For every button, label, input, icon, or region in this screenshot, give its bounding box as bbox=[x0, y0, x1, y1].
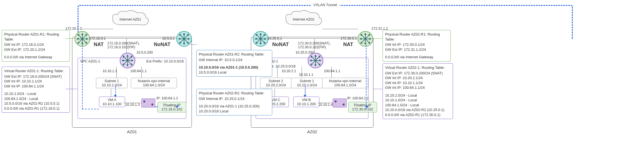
nat-az02: NAT bbox=[343, 42, 353, 47]
virt-r-az02-r1: 10.20.2.0/24 - Local bbox=[385, 93, 450, 98]
subnet2-az02-cidr: 10.20.2.0/24 bbox=[262, 83, 290, 87]
vm-b: VM B 10.10.1.200 bbox=[293, 97, 319, 107]
vpn-appliance-az01 bbox=[141, 99, 155, 107]
nonat-az02: NoNAT bbox=[272, 42, 289, 47]
phys-r1-az02-box: Physical Router AZ02-R1: Routing Table: … bbox=[383, 30, 451, 62]
virt-r-az01-r2: 100.64.1.0/24 - Local bbox=[4, 96, 67, 101]
phys-r2-az02-title: Physical Router AZ02-R2: Routing Table: bbox=[199, 91, 270, 96]
cloud-az02-label: Internet AZ02 bbox=[283, 17, 324, 21]
phys-r1-az01-l3: 0.0.0.0/0 via Internet Gateway bbox=[4, 55, 67, 60]
vxlan-label: VXLAN Tunnel bbox=[310, 3, 340, 7]
nonat-az01: NoNAT bbox=[154, 42, 170, 47]
vpn-az02: Nutanix-vpn-internal 100.64.1.0/24 bbox=[322, 78, 368, 88]
az02-vm-to-vpn: 10.10.1.4 bbox=[318, 103, 333, 107]
phys-r1-az02-title: Physical Router AZ02-R1: Routing Table: bbox=[385, 32, 448, 42]
fip-az02-label: Floating IP bbox=[350, 103, 375, 107]
virt-r-az02-l3: GW Int IP: 10.10.1.1/24 bbox=[385, 80, 450, 85]
phys-r1-az02-l3: 0.0.0.0/0 via Internet Gateway bbox=[385, 55, 448, 60]
subnet1-az01: Subnet 1 10.10.1.0/24 bbox=[96, 78, 128, 88]
az01-vm-to-vpn: 10.10.1.3 bbox=[125, 103, 140, 107]
vpc-az01-title: VPC AZ01-1 bbox=[80, 59, 100, 63]
vpn-appliance-az02 bbox=[333, 99, 347, 107]
subnet1-az02-cidr: 10.10.1.0/24 bbox=[293, 83, 321, 87]
router-az01-r1 bbox=[75, 31, 90, 47]
fip-az02: Floating IP 172.30.0.102 bbox=[348, 102, 377, 112]
cloud-az02: Internet AZ02 bbox=[283, 9, 324, 29]
fip-az02-ip: 172.30.0.102 bbox=[350, 107, 375, 111]
cloud-az01-label: Internet AZ01 bbox=[110, 17, 151, 21]
az01-r1-int: 172.16.0.1 bbox=[89, 37, 106, 41]
phys-r2-az01-r2: 10.5.0.0/16 Local bbox=[199, 70, 270, 75]
cloud-az01: Internet AZ01 bbox=[110, 9, 151, 29]
az01-r2-vr: 10.5.0.200 bbox=[136, 51, 153, 54]
virt-r-az02-r3: 100.64.1.0/24 - Local bbox=[385, 103, 450, 108]
router-az01-r2 bbox=[176, 31, 192, 47]
vm-a-ip: 10.10.1.100 bbox=[101, 102, 123, 106]
vpc-az01-ext: Ext Prefix: 10.10.0.0/16 bbox=[146, 59, 184, 63]
virt-r-az02-l2: GW Int IP: 10.20.2.1/24 bbox=[385, 75, 450, 80]
fip-az01-label: Floating IP bbox=[159, 103, 184, 107]
az02-label: AZ02 bbox=[307, 129, 317, 134]
subnet2-az02-name: Subnet 2 bbox=[262, 79, 290, 83]
phys-r2-az02-box: Physical Router AZ02-R2: Routing Table: … bbox=[196, 89, 272, 115]
vm-b-ip: 10.10.1.200 bbox=[295, 102, 317, 106]
virt-r-az01-r1: 10.10.1.0/24 - Local bbox=[4, 91, 67, 96]
virt-r-az02-r2: 10.10.1.0/24 - Local bbox=[385, 98, 450, 103]
vpn-az02-cidr: 100.64.1.0/24 bbox=[324, 83, 366, 87]
vpn-ip-az01: IP: 100.64.1.2 bbox=[156, 96, 178, 100]
az02-r2-vr: 10.25.0.200 bbox=[296, 51, 314, 54]
az02-vr-vpn: 100.64.1.1 bbox=[324, 69, 340, 73]
virt-r-az01-r3: 10.5.0.0/16 via AZ01-R2 (10.5.0.1) bbox=[4, 101, 67, 106]
virt-r-az01-l2: GW Int IP: 10.10.1.1/24 bbox=[4, 79, 67, 84]
virt-r-az01-title: Virtual Router AZ01-1: Routing Table: bbox=[4, 69, 67, 74]
subnet1-az01-cidr: 10.10.1.0/24 bbox=[98, 83, 126, 87]
az02-vr-sub1: 10.10.1.1 bbox=[299, 73, 313, 77]
vpn-az01: Nutanix-vpn-internal 100.64.1.0/24 bbox=[131, 78, 177, 88]
vpn-ip-az02: IP: 100.64.1.2 bbox=[347, 96, 369, 100]
phys-r2-az01-box: Physical Router AZ01-R2: Routing Table: … bbox=[196, 50, 272, 77]
vm-b-name: VM B bbox=[295, 98, 317, 102]
phys-r2-az01-l1: GW Internal IP: 10.5.0.1/24 bbox=[199, 57, 270, 62]
subnet1-az02: Subnet 1 10.10.1.0/24 bbox=[291, 78, 323, 88]
az01-r2-int: 10.5.0.1 bbox=[162, 37, 175, 41]
phys-r2-az02-r2: 10.25.0.0/16 Local bbox=[199, 109, 270, 114]
subnet1-az02-name: Subnet 1 bbox=[293, 79, 321, 83]
fip-az01-ip: 172.16.0.102 bbox=[159, 107, 184, 111]
az01-r1-vr: 172.16.0.200(SNAT), 172.16.0.102(FIP) bbox=[107, 41, 140, 49]
phys-r2-az02-r1: 10.20.0.0/16 via AZ01-1 (10.25.0.200) bbox=[199, 104, 270, 109]
phys-r2-az01-r1: 10.10.0.0/16 via AZ01-1 (10.5.0.200) bbox=[199, 65, 270, 70]
virt-r-az02-r5: 0.0.0.0/0 via AZ02-R1 (172.30.0.1) bbox=[385, 112, 450, 117]
router-az02-r2 bbox=[253, 31, 268, 47]
vpn-az01-cidr: 100.64.1.0/24 bbox=[133, 83, 175, 87]
phys-r1-az01-l2: GW Ext IP: 172.20.1.2/24 bbox=[4, 47, 67, 52]
virt-r-az02-l1: GW Ext IP: 172.30.0.200/24 (SNAT) bbox=[385, 71, 450, 76]
phys-r1-az01-box: Physical Router AZ01-R1: Routing Table: … bbox=[2, 30, 70, 62]
virt-r-az02-title: Virtual Router AZ02-1: Routing Table: bbox=[385, 65, 450, 70]
phys-r1-az02-l1: GW Int IP: 172.30.0.1/24 bbox=[385, 42, 448, 47]
az01-vr-vpn: 100.64.1.1 bbox=[130, 69, 147, 73]
subnet1-az01-name: Subnet 1 bbox=[98, 79, 126, 83]
vpn-az01-name: Nutanix-vpn-internal bbox=[133, 79, 175, 83]
phys-r1-az01-l1: GW Int IP: 172.16.0.1/24 bbox=[4, 42, 67, 47]
virt-r-az01-l3: GW Int IP: 100.64.1.1/24 bbox=[4, 84, 67, 89]
virt-r-az01-l1: GW Ext IP: 172.16.0.200/24 (SNAT) bbox=[4, 74, 67, 79]
phys-r2-az02-l1: GW Internal IP: 10.25.0.1/24 bbox=[199, 96, 270, 101]
vm-a-name: VM A bbox=[101, 98, 123, 102]
az01-label: AZ01 bbox=[127, 129, 137, 134]
az02-r2-int: 10.25.0.1 bbox=[268, 37, 282, 41]
az01-vr-sub1: 10.10.1.1 bbox=[103, 69, 117, 73]
virt-r-az02-box: Virtual Router AZ02-1: Routing Table: GW… bbox=[383, 63, 453, 119]
vpn-az02-name: Nutanix-vpn-internal bbox=[324, 79, 366, 83]
vxlan-tunnel-frame: VXLAN Tunnel bbox=[78, 5, 573, 39]
az02-vr-sub2: 10.20.2.1 bbox=[282, 69, 296, 73]
phys-r1-az01-title: Physical Router AZ01-R1: Routing Table: bbox=[4, 32, 67, 42]
virt-r-az02-r4: 10.20.0.0/16 via AZ02-R2 (10.25.0.1) bbox=[385, 107, 450, 112]
virt-r-az01-box: Virtual Router AZ01-1: Routing Table: GW… bbox=[2, 67, 70, 113]
virt-r-az01-r4: 0.0.0.0/0 via AZ01-R1 (172.16.0.1) bbox=[4, 106, 67, 111]
az02-r1-int: 172.30.0.1 bbox=[340, 37, 357, 41]
vm-a: VM A 10.10.1.100 bbox=[99, 97, 125, 107]
fip-az01: Floating IP 172.16.0.102 bbox=[157, 102, 186, 112]
virt-r-az02-l4: GW Int IP: 100.64.1.1/24 bbox=[385, 85, 450, 90]
nat-az01: NAT bbox=[94, 42, 104, 47]
phys-r1-az02-l2: GW Ext IP: 172.31.1.2/24 bbox=[385, 47, 448, 52]
